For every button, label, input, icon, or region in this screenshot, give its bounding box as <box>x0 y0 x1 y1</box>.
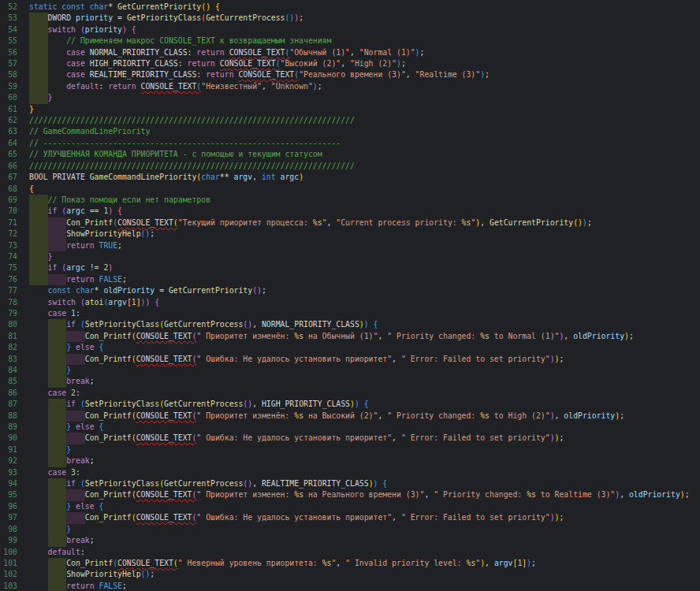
code-line[interactable]: 98 } <box>0 524 700 535</box>
code-line[interactable]: 101 Con_Printf(CONSOLE_TEXT(" Неверный у… <box>0 558 700 569</box>
line-number[interactable]: 79 <box>0 308 17 319</box>
code-line[interactable]: 70 if (argc == 1) { <box>0 206 700 217</box>
code-line[interactable]: 93 case 3: <box>0 467 700 478</box>
code-line[interactable]: 72 ShowPriorityHelp(); <box>0 229 700 240</box>
code-line[interactable]: 68{ <box>0 184 700 195</box>
line-number[interactable]: 103 <box>0 581 17 591</box>
code-line[interactable]: 65// УЛУЧШЕННАЯ КОМАНДА ПРИОРИТЕТА - с п… <box>0 149 700 160</box>
line-number[interactable]: 55 <box>0 35 17 46</box>
code-line[interactable]: 82 } else { <box>0 342 700 353</box>
code-line[interactable]: 63// GameCommandLinePriority <box>0 126 700 137</box>
code-line[interactable]: 90 Con_Printf(CONSOLE_TEXT(" Ошибка: Не … <box>0 433 700 444</box>
line-number[interactable]: 57 <box>0 58 17 69</box>
code-line[interactable]: 66//////////////////////////////////////… <box>0 161 700 172</box>
code-line[interactable]: 60 } <box>0 92 700 103</box>
code-line[interactable]: 95 Con_Printf(CONSOLE_TEXT(" Приоритет и… <box>0 489 700 500</box>
line-number[interactable]: 102 <box>0 569 17 580</box>
code-line[interactable]: 79 case 1: <box>0 308 700 319</box>
code-line[interactable]: 67BOOL PRIVATE GameCommandLinePriority(c… <box>0 172 700 183</box>
line-number[interactable]: 66 <box>0 161 17 172</box>
line-number[interactable]: 86 <box>0 388 17 399</box>
code-line[interactable]: 86 case 2: <box>0 388 700 399</box>
code-line[interactable]: 64// -----------------------------------… <box>0 138 700 149</box>
line-number[interactable]: 69 <box>0 195 17 206</box>
line-number[interactable]: 101 <box>0 558 17 569</box>
code-line[interactable]: 52static const char* GetCurrentPriority(… <box>0 2 700 13</box>
line-number[interactable]: 60 <box>0 92 17 103</box>
code-line[interactable]: 99 break; <box>0 535 700 546</box>
code-line[interactable]: 91 } <box>0 444 700 455</box>
code-line[interactable]: 54 switch (priority) { <box>0 24 700 35</box>
line-number[interactable]: 74 <box>0 251 17 262</box>
code-line[interactable]: 62//////////////////////////////////////… <box>0 115 700 126</box>
line-number[interactable]: 83 <box>0 354 17 365</box>
line-number[interactable]: 61 <box>0 104 17 115</box>
line-number[interactable]: 100 <box>0 547 17 558</box>
line-number[interactable]: 70 <box>0 206 17 217</box>
line-number[interactable]: 98 <box>0 524 17 535</box>
line-number[interactable]: 94 <box>0 478 17 489</box>
line-number[interactable]: 84 <box>0 365 17 376</box>
line-number[interactable]: 91 <box>0 444 17 455</box>
line-number[interactable]: 67 <box>0 172 17 183</box>
line-number[interactable]: 53 <box>0 13 17 24</box>
code-line[interactable]: 97 Con_Printf(CONSOLE_TEXT(" Ошибка: Не … <box>0 512 700 523</box>
line-number[interactable]: 81 <box>0 331 17 342</box>
line-number[interactable]: 56 <box>0 47 17 58</box>
line-number[interactable]: 78 <box>0 297 17 308</box>
line-number[interactable]: 52 <box>0 2 17 13</box>
code-line[interactable]: 80 if (SetPriorityClass(GetCurrentProces… <box>0 319 700 330</box>
line-number[interactable]: 93 <box>0 467 17 478</box>
code-line[interactable]: 77 const char* oldPriority = GetCurrentP… <box>0 285 700 296</box>
code-line[interactable]: 74 } <box>0 251 700 262</box>
line-number[interactable]: 63 <box>0 126 17 137</box>
line-number[interactable]: 90 <box>0 433 17 444</box>
code-editor[interactable]: 52static const char* GetCurrentPriority(… <box>0 0 700 591</box>
line-number[interactable]: 96 <box>0 501 17 512</box>
code-line[interactable]: 85 break; <box>0 376 700 387</box>
code-line[interactable]: 102 ShowPriorityHelp(); <box>0 569 700 580</box>
line-number[interactable]: 58 <box>0 69 17 80</box>
code-line[interactable]: 103 return FALSE; <box>0 581 700 591</box>
line-number[interactable]: 73 <box>0 240 17 251</box>
code-line[interactable]: 53 DWORD priority = GetPriorityClass(Get… <box>0 13 700 24</box>
line-number[interactable]: 89 <box>0 422 17 433</box>
line-number[interactable]: 85 <box>0 376 17 387</box>
line-number[interactable]: 71 <box>0 217 17 229</box>
line-number[interactable]: 87 <box>0 399 17 410</box>
code-line[interactable]: 55 // Применяем макрос CONSOLE_TEXT к во… <box>0 35 700 46</box>
line-number[interactable]: 54 <box>0 24 17 35</box>
code-line[interactable]: 76 return FALSE; <box>0 274 700 285</box>
line-number[interactable]: 95 <box>0 489 17 500</box>
line-number[interactable]: 97 <box>0 512 17 523</box>
line-number[interactable]: 80 <box>0 319 17 330</box>
line-number[interactable]: 99 <box>0 535 17 546</box>
code-line[interactable]: 75 if (argc != 2) <box>0 262 700 273</box>
line-number[interactable]: 75 <box>0 262 17 273</box>
line-number[interactable]: 59 <box>0 81 17 92</box>
line-number[interactable]: 82 <box>0 342 17 353</box>
line-number[interactable]: 62 <box>0 115 17 126</box>
code-line[interactable]: 61} <box>0 104 700 115</box>
code-line[interactable]: 56 case NORMAL_PRIORITY_CLASS: return CO… <box>0 47 700 58</box>
code-line[interactable]: 83 Con_Printf(CONSOLE_TEXT(" Ошибка: Не … <box>0 354 700 365</box>
code-line[interactable]: 84 } <box>0 365 700 376</box>
code-line[interactable]: 87 if (SetPriorityClass(GetCurrentProces… <box>0 399 700 410</box>
code-line[interactable]: 89 } else { <box>0 422 700 433</box>
code-line[interactable]: 58 case REALTIME_PRIORITY_CLASS: return … <box>0 69 700 80</box>
code-line[interactable]: 94 if (SetPriorityClass(GetCurrentProces… <box>0 478 700 489</box>
code-line[interactable]: 59 default: return CONSOLE_TEXT("Неизвес… <box>0 81 700 92</box>
line-number[interactable]: 77 <box>0 285 17 296</box>
line-number[interactable]: 64 <box>0 138 17 149</box>
code-line[interactable]: 92 break; <box>0 455 700 466</box>
code-line[interactable]: 81 Con_Printf(CONSOLE_TEXT(" Приоритет и… <box>0 331 700 342</box>
code-line[interactable]: 78 switch (atoi(argv[1])) { <box>0 297 700 308</box>
code-line[interactable]: 96 } else { <box>0 501 700 512</box>
line-number[interactable]: 88 <box>0 411 17 422</box>
line-number[interactable]: 65 <box>0 149 17 160</box>
code-line[interactable]: 69 // Показ помощи если нет параметров <box>0 195 700 206</box>
code-line[interactable]: 88 Con_Printf(CONSOLE_TEXT(" Приоритет и… <box>0 411 700 422</box>
code-line[interactable]: 100 default: <box>0 547 700 558</box>
line-number[interactable]: 68 <box>0 184 17 195</box>
line-number[interactable]: 76 <box>0 274 17 285</box>
